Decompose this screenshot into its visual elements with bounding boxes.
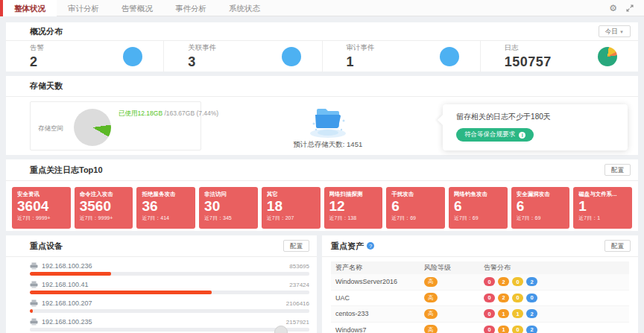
event-circle-icon [282,47,301,66]
asset-row[interactable]: WindowsServer2016 高 0 2 0 2 [331,274,629,291]
device-icon [30,262,38,270]
alert-badge-critical: 0 [484,309,495,318]
assets-config-button[interactable]: 配置 [604,240,631,252]
asset-row[interactable]: UAC 高 0 2 0 0 [331,291,629,307]
compliance-status-button[interactable]: 符合等保合规要求 i [456,128,534,142]
col-risk-level: 风险等级 [424,263,484,273]
alert-badge-medium: 0 [512,277,523,286]
log-card[interactable]: 安全漏洞攻击 6 近7日：69 [511,187,570,229]
stat-value: 150757 [505,54,552,70]
compliance-notice-card: 留存相关的日志不少于180天 符合等保合规要求 i [443,104,628,150]
device-row: 192.168.100.236 853695 [30,261,309,276]
stat-label: 告警 [30,43,44,53]
storage-panel: 存储天数 存储空间 已使用12.18GB /163.67GB (7.44%) 预 [6,76,638,155]
col-asset-name: 资产名称 [331,263,424,273]
log-card-value: 3604 [17,198,66,215]
alert-badge-critical: 0 [484,326,495,333]
log-card[interactable]: 网络钓鱼攻击 6 近7日：69 [449,187,508,229]
settings-gear-icon[interactable]: ⚙ [609,4,617,13]
assets-table-header: 资产名称 风险等级 告警分布 [331,261,629,274]
log-card-recent: 近7日：9999+ [80,215,128,222]
storage-space-card: 存储空间 已使用12.18GB /163.67GB (7.44%) [30,101,201,150]
device-bar-track [30,272,309,276]
top-tab-bar: 整体状况 审计分析 告警概况 事件分析 系统状态 ⚙ [0,0,644,16]
log-card-name: 网络钓鱼攻击 [454,191,502,198]
stat-label: 关联事件 [188,43,216,53]
asset-name: centos-233 [331,310,424,317]
storage-usage-text: 已使用12.18GB /163.67GB (7.44%) [119,110,218,118]
log-card-name: 拒绝服务攻击 [142,191,190,198]
stat-audit-events[interactable]: 审计事件 1 [323,41,481,72]
stat-label: 日志 [505,43,552,53]
device-ip[interactable]: 192.168.100.236 [42,262,92,270]
asset-name: WindowsServer2016 [331,278,424,285]
tab-system-status[interactable]: 系统状态 [218,0,271,16]
devices-config-button[interactable]: 配置 [283,240,309,252]
log-card-name: 安全漏洞攻击 [517,191,565,198]
risk-badge: 高 [424,293,438,302]
log-card-recent: 近7日：345 [204,215,253,222]
log-card-value: 1 [578,198,627,215]
device-icon [30,318,38,326]
alert-badge-low: 2 [526,309,537,318]
log-card-value: 6 [454,198,502,215]
device-bar-fill [30,309,33,313]
asset-name: Windows7 [331,326,424,333]
log-card[interactable]: 拒绝服务攻击 36 近7日：414 [136,187,195,229]
tab-overall-status[interactable]: 整体状况 [3,0,57,16]
log-card-value: 6 [391,198,440,215]
log-card[interactable]: 安全资讯 3604 近7日：9999+ [12,187,71,229]
device-bar-track [30,328,309,332]
device-log-count: 2157921 [286,319,309,326]
tab-alert-overview[interactable]: 告警概况 [110,0,164,16]
log-card-recent: 近7日：69 [454,215,502,222]
device-row: 192.168.100.235 2157921 [30,317,309,332]
log-card[interactable]: 网络扫描探测 12 近7日：138 [324,187,383,229]
log-card-name: 安全资讯 [17,191,66,198]
devices-title: 重点设备 [30,241,63,252]
log-card[interactable]: 磁盘与文件系... 1 近7日：1 [573,187,632,229]
device-ip[interactable]: 192.168.100.235 [42,318,92,326]
tab-audit-analysis[interactable]: 审计分析 [57,0,110,16]
stat-label: 审计事件 [347,43,375,53]
help-icon[interactable]: ? [367,242,374,250]
date-filter-dropdown[interactable]: 今日 ▼ [599,25,631,37]
log-card-name: 干扰攻击 [391,191,440,198]
overview-title: 概况分布 [30,26,63,37]
alert-badge-medium: 0 [512,294,523,302]
device-bar-track [30,309,309,313]
log-card[interactable]: 命令注入攻击 3560 近7日：9999+ [75,187,133,229]
alert-badge-high: 1 [498,309,509,318]
retention-notice-text: 留存相关的日志不少于180天 [456,112,617,122]
stat-logs[interactable]: 日志 150757 [481,41,638,72]
asset-row[interactable]: centos-233 高 0 1 1 2 [331,306,629,323]
asset-row[interactable]: Windows7 高 0 1 0 2 [331,323,629,333]
log-pie-chart-icon [598,47,617,66]
log-card[interactable]: 干扰攻击 6 近7日：69 [386,187,445,229]
stat-value: 3 [188,54,216,70]
info-icon: i [519,132,525,139]
stat-correlated-events[interactable]: 关联事件 3 [164,41,322,72]
alert-badge-medium: 1 [512,309,523,318]
log-card-value: 12 [329,198,378,215]
overview-panel: 概况分布 今日 ▼ 告警 2 关联事件 3 审计事件 1 日志 150757 [6,22,638,72]
log-card-name: 网络扫描探测 [329,191,378,198]
device-ip[interactable]: 192.168.100.207 [42,299,92,307]
risk-badge: 高 [424,277,438,287]
alert-badge-high: 1 [498,326,509,333]
folder-illustration-icon [305,101,351,139]
device-icon [30,281,38,288]
stat-alerts[interactable]: 告警 2 [6,41,164,72]
audit-circle-icon [440,47,459,66]
log-card-value: 6 [517,198,565,215]
alert-badge-high: 2 [498,277,509,286]
alert-badge-low: 0 [526,294,537,302]
tab-event-analysis[interactable]: 事件分析 [164,0,218,16]
alert-badge-high: 2 [498,294,509,302]
device-ip[interactable]: 192.168.100.41 [42,281,89,288]
top-logs-config-button[interactable]: 配置 [604,164,631,176]
log-card[interactable]: 其它 18 近7日：207 [262,187,321,229]
log-card[interactable]: 非法访问 30 近7日：345 [199,187,258,229]
fullscreen-expand-icon[interactable] [626,4,634,12]
device-row: 192.168.100.41 237424 [30,280,309,294]
